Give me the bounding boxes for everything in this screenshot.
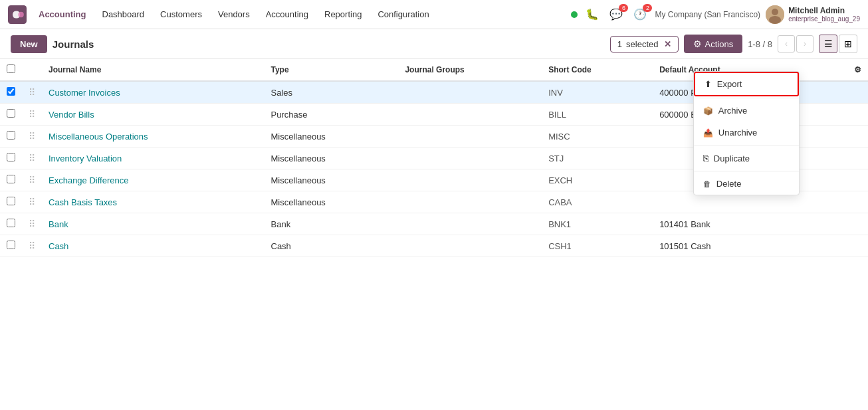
- row-actions-cell: [847, 104, 868, 126]
- duplicate-action-item[interactable]: Duplicate: [694, 147, 799, 169]
- avatar: [766, 5, 784, 24]
- nav-dashboard[interactable]: Dashboard: [96, 5, 152, 23]
- settings-col-header[interactable]: ⚙: [847, 59, 868, 81]
- journal-name-cell[interactable]: Exchange Difference: [42, 169, 265, 191]
- journal-name-link[interactable]: Customer Invoices: [49, 88, 120, 98]
- journal-name-cell[interactable]: Cash Basis Taxes: [42, 191, 265, 213]
- debug-icon[interactable]: 🐛: [583, 5, 601, 23]
- row-checkbox[interactable]: [7, 197, 15, 205]
- journal-name-cell[interactable]: Customer Invoices: [42, 81, 265, 104]
- row-actions-cell: [847, 148, 868, 169]
- user-name-block: Mitchell Admin enterprise_blog_aug_29: [788, 6, 860, 23]
- actions-dropdown-menu: Export Archive Unarchive Duplicate Delet…: [693, 71, 800, 195]
- drag-handle[interactable]: ⠿: [22, 104, 42, 126]
- nav-customers[interactable]: Customers: [154, 5, 209, 23]
- user-menu[interactable]: Mitchell Admin enterprise_blog_aug_29: [766, 5, 860, 24]
- nav-configuration[interactable]: Configuration: [371, 5, 435, 23]
- drag-handle[interactable]: ⠿: [22, 148, 42, 169]
- row-checkbox-cell[interactable]: [0, 191, 22, 213]
- row-checkbox[interactable]: [7, 219, 15, 227]
- selected-badge: 1 selected ✕: [610, 36, 679, 52]
- actions-button[interactable]: ⚙ Actions: [684, 35, 743, 53]
- drag-handle[interactable]: ⠿: [22, 81, 42, 104]
- drag-handle[interactable]: ⠿: [22, 235, 42, 257]
- journal-name-link[interactable]: Miscellaneous Operations: [49, 132, 148, 142]
- row-checkbox[interactable]: [7, 241, 15, 249]
- unarchive-icon: [703, 128, 713, 138]
- nav-accounting-menu[interactable]: Accounting: [259, 5, 315, 23]
- kanban-view-button[interactable]: ⊞: [839, 35, 857, 53]
- short-code-cell: BILL: [542, 104, 653, 126]
- row-checkbox-cell[interactable]: [0, 169, 22, 191]
- row-checkbox-cell[interactable]: [0, 81, 22, 104]
- export-action-item[interactable]: Export: [694, 72, 799, 96]
- row-checkbox[interactable]: [7, 131, 15, 140]
- row-checkbox[interactable]: [7, 153, 15, 161]
- journal-name-link[interactable]: Bank: [49, 219, 68, 229]
- row-checkbox-cell[interactable]: [0, 235, 22, 257]
- select-all-checkbox[interactable]: [7, 64, 15, 73]
- prev-page-button[interactable]: ‹: [778, 35, 795, 52]
- journal-name-link[interactable]: Vendor Bills: [49, 110, 94, 120]
- select-all-header[interactable]: [0, 59, 22, 81]
- new-button[interactable]: New: [11, 35, 47, 53]
- row-checkbox-cell[interactable]: [0, 104, 22, 126]
- actions-label: Actions: [705, 39, 734, 49]
- nav-reporting[interactable]: Reporting: [318, 5, 368, 23]
- row-checkbox-cell[interactable]: [0, 213, 22, 235]
- type-cell: Bank: [265, 213, 399, 235]
- journal-name-link[interactable]: Inventory Valuation: [49, 154, 122, 163]
- next-page-button[interactable]: ›: [796, 35, 814, 52]
- view-toggle: ☰ ⊞: [819, 35, 857, 53]
- journal-name-cell[interactable]: Miscellaneous Operations: [42, 126, 265, 148]
- user-name: Mitchell Admin: [788, 6, 860, 15]
- table-row: ⠿ Cash Cash CSH1 101501 Cash: [0, 235, 868, 257]
- journal-name-link[interactable]: Cash: [49, 241, 68, 251]
- drag-handle[interactable]: ⠿: [22, 169, 42, 191]
- row-checkbox[interactable]: [7, 175, 15, 183]
- svg-point-2: [772, 9, 778, 15]
- journal-name-cell[interactable]: Inventory Valuation: [42, 148, 265, 169]
- row-checkbox[interactable]: [7, 87, 15, 96]
- short-code-cell: CABA: [542, 191, 653, 213]
- selected-label: selected: [626, 39, 658, 49]
- drag-handle[interactable]: ⠿: [22, 126, 42, 148]
- row-checkbox-cell[interactable]: [0, 148, 22, 169]
- type-cell: Purchase: [265, 104, 399, 126]
- journal-name-link[interactable]: Cash Basis Taxes: [49, 197, 117, 207]
- journal-groups-cell: [398, 104, 542, 126]
- journal-groups-cell: [398, 191, 542, 213]
- journal-groups-cell: [398, 169, 542, 191]
- row-checkbox[interactable]: [7, 109, 15, 118]
- journal-groups-cell: [398, 126, 542, 148]
- default-account-cell: 101501 Cash: [653, 235, 847, 257]
- unarchive-action-item[interactable]: Unarchive: [694, 122, 799, 144]
- pagination-info: 1-8 / 8: [748, 39, 772, 49]
- activity-icon[interactable]: 🕐 2: [631, 5, 649, 23]
- nav-vendors[interactable]: Vendors: [211, 5, 257, 23]
- pagination-controls: ‹ ›: [778, 35, 814, 52]
- journal-name-header: Journal Name: [42, 59, 265, 81]
- delete-action-item[interactable]: Delete: [694, 173, 799, 195]
- table-row: ⠿ Bank Bank BNK1 101401 Bank: [0, 213, 868, 235]
- list-view-button[interactable]: ☰: [819, 35, 837, 53]
- drag-handle[interactable]: ⠿: [22, 191, 42, 213]
- drag-handle[interactable]: ⠿: [22, 213, 42, 235]
- journal-name-link[interactable]: Exchange Difference: [49, 175, 128, 185]
- archive-action-item[interactable]: Archive: [694, 100, 799, 122]
- nav-accounting[interactable]: Accounting: [32, 5, 93, 23]
- journal-groups-cell: [398, 81, 542, 104]
- discuss-icon[interactable]: 💬 6: [607, 5, 625, 23]
- row-checkbox-cell[interactable]: [0, 126, 22, 148]
- odoo-logo[interactable]: [8, 5, 27, 24]
- journal-groups-cell: [398, 148, 542, 169]
- journal-name-cell[interactable]: Bank: [42, 213, 265, 235]
- journal-name-cell[interactable]: Cash: [42, 235, 265, 257]
- clear-selection-button[interactable]: ✕: [664, 39, 671, 49]
- svg-point-3: [769, 16, 781, 24]
- export-label: Export: [717, 79, 742, 89]
- journal-groups-header: Journal Groups: [398, 59, 542, 81]
- journal-name-cell[interactable]: Vendor Bills: [42, 104, 265, 126]
- gear-icon: ⚙: [693, 39, 702, 49]
- company-selector[interactable]: My Company (San Francisco): [655, 10, 760, 19]
